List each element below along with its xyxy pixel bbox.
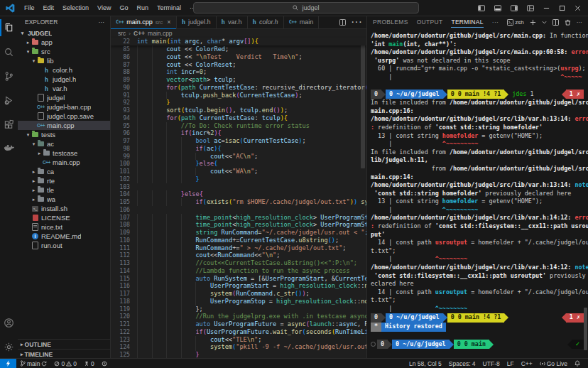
tree-item-judgel-ban.cpp[interactable]: C++judgel-ban.cpp: [18, 102, 110, 112]
editor-scrollbar[interactable]: [361, 38, 365, 168]
line-number: 123: [111, 336, 137, 344]
source-control-icon[interactable]: [0, 64, 18, 88]
code-line: 124system("pkill -9 -f ~/.cache/judgel/u…: [111, 343, 366, 351]
shell-indicator[interactable]: zsh: [507, 19, 523, 26]
tree-item-main.cpp[interactable]: C++main.cpp: [18, 121, 110, 130]
language-mode[interactable]: C++: [518, 359, 536, 368]
kill-terminal-trash-icon[interactable]: [565, 19, 571, 26]
tab-output[interactable]: OUTPUT: [417, 16, 443, 28]
explorer-more-actions-icon[interactable]: ···: [99, 18, 105, 26]
go-live-button[interactable]: Go Live: [536, 359, 571, 368]
tree-item-ac[interactable]: ▾ac: [18, 139, 110, 148]
indent-guide: [137, 305, 152, 313]
terminal-dropdown-icon[interactable]: [542, 20, 547, 25]
customize-layout-icon[interactable]: [527, 5, 534, 11]
broadcast-icon: [540, 361, 545, 367]
cursor-position[interactable]: Ln 58, Col 5: [405, 359, 445, 368]
close-tab-icon[interactable]: ×: [167, 18, 170, 26]
ports-indicator[interactable]: 0: [80, 359, 98, 368]
tab-terminal[interactable]: TERMINAL: [451, 16, 483, 28]
close-icon[interactable]: [575, 5, 581, 11]
tab-judgel.h[interactable]: hjudgel.h: [177, 16, 217, 28]
remote-indicator[interactable]: [0, 359, 16, 368]
extensions-icon[interactable]: [0, 112, 18, 136]
tree-item-lib[interactable]: ▾lib: [18, 56, 110, 65]
menu-item-file[interactable]: File: [20, 4, 39, 11]
tree-item-tests[interactable]: ▾tests: [18, 130, 110, 139]
explorer-icon[interactable]: [0, 16, 18, 40]
problems-indicator[interactable]: 0 0: [50, 359, 80, 368]
tree-item-install.sh[interactable]: >_install.sh: [18, 204, 110, 213]
line-number: 91: [111, 92, 137, 99]
account-icon[interactable]: [0, 310, 18, 335]
maximize-icon[interactable]: [559, 5, 565, 11]
tree-item-label: lib: [47, 57, 54, 65]
tree-item-judgel.h[interactable]: hjudgel.h: [18, 75, 110, 84]
section-outline[interactable]: ▸OUTLINE: [18, 339, 110, 349]
tree-item-main.cpp[interactable]: C++main.cpp: [18, 158, 110, 167]
toggle-sidebar-icon[interactable]: [478, 5, 485, 11]
split-editor-icon[interactable]: [339, 19, 346, 26]
tab-problems[interactable]: PROBLEMS: [373, 16, 408, 28]
tree-item-readme.md[interactable]: iREADME.md: [18, 232, 110, 241]
command-decoration-icon[interactable]: [371, 342, 376, 347]
indent-guide: [181, 251, 196, 259]
tree-item-run.out[interactable]: run.out: [18, 241, 110, 250]
eol-indicator[interactable]: LF: [503, 359, 518, 368]
command-center-search[interactable]: judgel: [193, 2, 419, 13]
menu-item-selection[interactable]: Selection: [58, 4, 93, 11]
terminal-scrollbar[interactable]: [584, 308, 587, 350]
breadcrumb-item[interactable]: src: [118, 30, 126, 37]
panel-more-actions-icon[interactable]: ···: [577, 19, 582, 26]
new-terminal-icon[interactable]: [530, 19, 536, 26]
code-area[interactable]: 85cout << ColorRed;86cout << "\nTest Ver…: [111, 45, 366, 359]
section-timeline[interactable]: ▸TIMELINE: [18, 349, 110, 359]
menu-item-go[interactable]: Go: [115, 4, 132, 11]
run-debug-icon[interactable]: [0, 88, 18, 112]
menu-item-terminal[interactable]: Terminal: [153, 4, 185, 11]
tab-main.cpp[interactable]: C++main.cppsrc×: [111, 16, 177, 28]
tree-item-license[interactable]: LICENSE: [18, 213, 110, 222]
toggle-panel-icon[interactable]: [494, 5, 501, 11]
menu-item-run[interactable]: Run: [132, 4, 153, 11]
settings-gear-icon[interactable]: [0, 335, 18, 359]
code-text: //To Do: Check runtime error status: [137, 122, 310, 130]
line-number: 86: [111, 53, 137, 61]
minimize-icon[interactable]: [543, 5, 550, 11]
panel-tabs-more-icon[interactable]: ···: [492, 16, 499, 28]
tree-item-judgel[interactable]: ▾JUDGEL: [18, 28, 110, 38]
terminal-output[interactable]: /home/udontur/udontur/github/judgel/src/…: [367, 28, 588, 349]
indentation[interactable]: Spaces: 4: [445, 359, 479, 368]
tree-item-nice.txt[interactable]: nice.txt: [18, 222, 110, 232]
toggle-secondary-sidebar-icon[interactable]: [511, 5, 518, 11]
search-icon[interactable]: [0, 40, 18, 64]
menu-item-view[interactable]: View: [93, 4, 115, 11]
git-branch-indicator[interactable]: main: [16, 359, 50, 368]
tab-color.h[interactable]: hcolor.h: [248, 16, 284, 28]
tree-item-app[interactable]: ▸app: [18, 38, 110, 47]
tree-item-testcase[interactable]: ▸testcase: [18, 148, 110, 158]
notifications-bell-icon[interactable]: [571, 359, 584, 368]
breadcrumb[interactable]: src›C++main.cpp: [111, 29, 366, 38]
tab-main[interactable]: C++main: [284, 16, 320, 28]
tree-item-wa[interactable]: ▸wa: [18, 195, 110, 204]
tree-item-ca[interactable]: ▸ca: [18, 167, 110, 176]
tree-item-color.h[interactable]: hcolor.h: [18, 65, 110, 75]
breadcrumb-item[interactable]: main.cpp: [148, 30, 173, 37]
encoding[interactable]: UTF-8: [479, 359, 503, 368]
indent-guide: [152, 107, 167, 114]
tree-item-var.h[interactable]: hvar.h: [18, 84, 110, 93]
tab-var.h[interactable]: hvar.h: [217, 16, 248, 28]
timeline-history-icon[interactable]: [98, 359, 111, 368]
editor-more-actions-icon[interactable]: ···: [351, 16, 362, 28]
tree-item-src[interactable]: ▾src: [18, 47, 110, 56]
indent-guide: [195, 282, 210, 290]
tree-item-judgel[interactable]: judgel: [18, 93, 110, 102]
docker-icon[interactable]: [0, 136, 18, 161]
menu-item-edit[interactable]: Edit: [39, 4, 59, 11]
split-terminal-icon[interactable]: [552, 19, 559, 26]
indent-guide: [181, 320, 196, 328]
tree-item-tle[interactable]: ▸tle: [18, 185, 110, 195]
tree-item-rte[interactable]: ▸rte: [18, 176, 110, 185]
tree-item-judgel.cpp.save[interactable]: judgel.cpp.save: [18, 112, 110, 121]
